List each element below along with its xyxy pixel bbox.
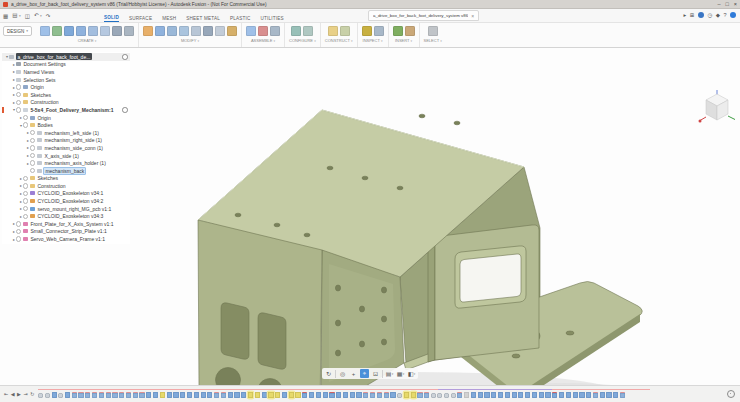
measure-icon[interactable] (362, 26, 372, 36)
tab-solid[interactable]: SOLID (104, 15, 119, 23)
timeline-item-solid-feature[interactable] (559, 392, 564, 399)
visibility-eye-icon[interactable] (30, 153, 35, 158)
timeline-item-hole-feature[interactable] (302, 392, 307, 398)
browser-row[interactable]: ▸Sketches (2, 91, 130, 99)
timeline-item-solid-feature[interactable] (194, 392, 199, 399)
timeline-item-solid-feature[interactable] (173, 392, 178, 399)
timeline-item-joint-feature[interactable] (384, 392, 389, 398)
press-pull-icon[interactable] (143, 26, 153, 36)
loft-icon[interactable] (100, 26, 110, 36)
insert-mesh-icon[interactable] (405, 26, 415, 36)
timeline-item-sketch-feature[interactable] (255, 392, 260, 399)
timeline-item-solid-feature[interactable] (579, 392, 584, 399)
assemble-new-component-icon[interactable] (246, 26, 256, 36)
timeline-item-hole-feature[interactable] (329, 392, 334, 398)
timeline-item-group-feature[interactable] (464, 392, 469, 399)
change-parameters-icon[interactable] (227, 26, 237, 36)
save-icon[interactable]: ◫ (25, 12, 30, 20)
file-menu-icon[interactable]: ▤ ▾ (12, 11, 21, 20)
browser-row[interactable]: ▾5-5x4_Foot_Delivery_Mechanism:1 (2, 106, 130, 114)
redo-icon[interactable]: ↷ (46, 12, 51, 20)
timeline-item-solid-feature[interactable] (282, 392, 287, 399)
timeline-item-joint-feature[interactable] (221, 392, 226, 398)
timeline-item-component-feature[interactable] (397, 393, 402, 398)
timeline-item-joint-feature[interactable] (112, 392, 117, 398)
timeline-item-solid-feature[interactable] (180, 392, 185, 399)
timeline-item-solid-feature[interactable] (512, 392, 517, 399)
browser-row[interactable]: ▸Origin (2, 114, 130, 122)
timeline-item-solid-feature[interactable] (545, 392, 550, 399)
job-status-icon[interactable] (698, 12, 704, 18)
timeline-item-component-feature[interactable] (58, 393, 63, 398)
timeline-item-joint-feature[interactable] (133, 392, 138, 398)
timeline-item-joint-feature[interactable] (417, 392, 422, 398)
profile-avatar[interactable] (730, 12, 736, 18)
timeline-item-solid-feature[interactable] (586, 392, 591, 399)
timeline-item-solid-feature[interactable] (484, 392, 489, 399)
sweep-icon[interactable] (88, 26, 98, 36)
model-canvas[interactable]: ▾a_drive_box_for_back_foot_de...▸Documen… (0, 48, 740, 388)
timeline-item-hole-feature[interactable] (552, 392, 557, 398)
timeline-item-joint-feature[interactable] (370, 392, 375, 398)
timeline-item-joint-feature[interactable] (85, 392, 90, 398)
timeline-item-solid-feature[interactable] (262, 392, 267, 399)
activate-component-radio[interactable] (122, 54, 128, 60)
visibility-eye-icon[interactable] (16, 92, 21, 97)
extrude-icon[interactable] (64, 26, 74, 36)
align-icon[interactable] (215, 26, 225, 36)
timeline-item-solid-feature[interactable] (52, 392, 57, 399)
browser-row[interactable]: ▸Servo_Web_Camera_Frame v1:1 (2, 235, 130, 243)
browser-row[interactable]: mechanism_back (2, 167, 130, 175)
timeline-item-component-feature[interactable] (431, 393, 436, 398)
tab-utilities[interactable]: UTILITIES (260, 16, 283, 23)
split-body-icon[interactable] (203, 26, 213, 36)
timeline-item-solid-feature[interactable] (478, 392, 483, 399)
display-settings-icon[interactable]: ▤▾ (385, 369, 394, 378)
browser-row[interactable]: ▸X_axis_side (1) (2, 152, 130, 160)
timeline-settings-icon[interactable] (727, 390, 735, 398)
visibility-eye-icon[interactable] (16, 107, 21, 112)
timeline-item-solid-feature[interactable] (539, 392, 544, 399)
step-forward-icon[interactable]: ⇥ (23, 390, 27, 398)
zoom-icon[interactable]: ⌖ (360, 369, 369, 378)
timeline-item-component-feature[interactable] (45, 393, 50, 398)
ribbon-group-label[interactable]: MODIFY ▾ (181, 38, 199, 43)
visibility-eye-icon[interactable] (16, 236, 21, 241)
timeline-item-solid-feature[interactable] (167, 392, 172, 399)
browser-row[interactable]: ▸Origin (2, 83, 130, 91)
browser-row[interactable]: ▸Construction (2, 99, 130, 107)
timeline-item-sketch-feature-selected[interactable] (404, 392, 409, 399)
viewports-icon[interactable]: ◧▾ (407, 369, 416, 378)
play-icon[interactable]: ▶ (17, 390, 21, 398)
go-to-start-icon[interactable]: ⇤ (4, 390, 8, 398)
timeline-item-solid-feature[interactable] (498, 392, 503, 399)
new-component-icon[interactable] (40, 26, 50, 36)
hole-icon[interactable] (112, 26, 122, 36)
help-icon[interactable]: ? (723, 11, 726, 19)
timeline-item-solid-feature[interactable] (566, 392, 571, 399)
browser-row[interactable]: ▸CYCLOID_Exoskeleton v34:3 (2, 212, 130, 220)
notifications-icon[interactable]: ◆ (716, 11, 720, 19)
ribbon-group-label[interactable]: CONFIGURE ▾ (289, 38, 316, 43)
timeline-item-solid-feature[interactable] (491, 392, 496, 399)
browser-row[interactable]: ▸Selection Sets (2, 76, 130, 84)
visibility-eye-icon[interactable] (30, 130, 35, 135)
rigid-group-icon[interactable] (270, 26, 280, 36)
timeline-item-solid-feature[interactable] (505, 392, 510, 399)
look-at-icon[interactable]: ◎ (338, 369, 347, 378)
timeline-item-joint-feature[interactable] (377, 392, 382, 398)
timeline-item-solid-feature[interactable] (187, 392, 192, 399)
orbit-icon[interactable]: ↻ (324, 369, 333, 378)
tab-mesh[interactable]: MESH (162, 16, 176, 23)
timeline-item-joint-feature[interactable] (363, 392, 368, 398)
timeline-item-sketch-feature[interactable] (160, 392, 165, 399)
timeline-item-joint-feature[interactable] (126, 392, 131, 398)
timeline-item-joint-feature[interactable] (593, 392, 598, 398)
timeline-item-solid-feature[interactable] (600, 392, 605, 399)
timeline-item-joint-feature[interactable] (92, 392, 97, 398)
ribbon-group-label[interactable]: CONSTRUCT ▾ (325, 38, 353, 43)
timeline-item-solid-feature[interactable] (525, 392, 530, 399)
browser-row[interactable]: ▸Sketches (2, 175, 130, 183)
timeline-item-component-feature[interactable] (444, 393, 449, 398)
timeline-item-joint-feature[interactable] (119, 392, 124, 398)
